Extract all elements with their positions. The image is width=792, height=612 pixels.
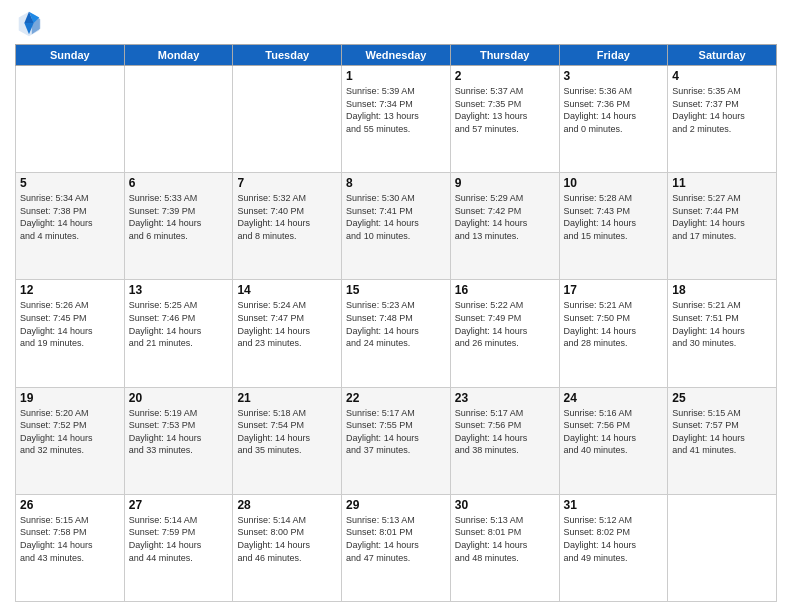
day-info: Sunrise: 5:14 AM Sunset: 8:00 PM Dayligh…	[237, 514, 337, 564]
weekday-header-wednesday: Wednesday	[342, 45, 451, 66]
day-number: 8	[346, 176, 446, 190]
day-info: Sunrise: 5:39 AM Sunset: 7:34 PM Dayligh…	[346, 85, 446, 135]
day-number: 3	[564, 69, 664, 83]
calendar-cell: 22Sunrise: 5:17 AM Sunset: 7:55 PM Dayli…	[342, 387, 451, 494]
day-number: 10	[564, 176, 664, 190]
day-number: 26	[20, 498, 120, 512]
calendar-cell: 7Sunrise: 5:32 AM Sunset: 7:40 PM Daylig…	[233, 173, 342, 280]
calendar-cell: 27Sunrise: 5:14 AM Sunset: 7:59 PM Dayli…	[124, 494, 233, 601]
weekday-header-thursday: Thursday	[450, 45, 559, 66]
day-number: 16	[455, 283, 555, 297]
day-number: 25	[672, 391, 772, 405]
calendar-cell: 1Sunrise: 5:39 AM Sunset: 7:34 PM Daylig…	[342, 66, 451, 173]
calendar-cell: 20Sunrise: 5:19 AM Sunset: 7:53 PM Dayli…	[124, 387, 233, 494]
day-info: Sunrise: 5:37 AM Sunset: 7:35 PM Dayligh…	[455, 85, 555, 135]
day-number: 12	[20, 283, 120, 297]
weekday-header-row: SundayMondayTuesdayWednesdayThursdayFrid…	[16, 45, 777, 66]
calendar-cell: 9Sunrise: 5:29 AM Sunset: 7:42 PM Daylig…	[450, 173, 559, 280]
week-row-2: 12Sunrise: 5:26 AM Sunset: 7:45 PM Dayli…	[16, 280, 777, 387]
day-info: Sunrise: 5:13 AM Sunset: 8:01 PM Dayligh…	[346, 514, 446, 564]
day-info: Sunrise: 5:32 AM Sunset: 7:40 PM Dayligh…	[237, 192, 337, 242]
day-info: Sunrise: 5:13 AM Sunset: 8:01 PM Dayligh…	[455, 514, 555, 564]
week-row-4: 26Sunrise: 5:15 AM Sunset: 7:58 PM Dayli…	[16, 494, 777, 601]
calendar: SundayMondayTuesdayWednesdayThursdayFrid…	[15, 44, 777, 602]
day-number: 31	[564, 498, 664, 512]
day-info: Sunrise: 5:20 AM Sunset: 7:52 PM Dayligh…	[20, 407, 120, 457]
day-info: Sunrise: 5:30 AM Sunset: 7:41 PM Dayligh…	[346, 192, 446, 242]
day-number: 2	[455, 69, 555, 83]
calendar-cell: 3Sunrise: 5:36 AM Sunset: 7:36 PM Daylig…	[559, 66, 668, 173]
day-number: 17	[564, 283, 664, 297]
week-row-3: 19Sunrise: 5:20 AM Sunset: 7:52 PM Dayli…	[16, 387, 777, 494]
calendar-cell: 25Sunrise: 5:15 AM Sunset: 7:57 PM Dayli…	[668, 387, 777, 494]
day-number: 4	[672, 69, 772, 83]
calendar-cell: 5Sunrise: 5:34 AM Sunset: 7:38 PM Daylig…	[16, 173, 125, 280]
day-info: Sunrise: 5:17 AM Sunset: 7:56 PM Dayligh…	[455, 407, 555, 457]
day-info: Sunrise: 5:17 AM Sunset: 7:55 PM Dayligh…	[346, 407, 446, 457]
day-info: Sunrise: 5:26 AM Sunset: 7:45 PM Dayligh…	[20, 299, 120, 349]
day-info: Sunrise: 5:14 AM Sunset: 7:59 PM Dayligh…	[129, 514, 229, 564]
day-number: 13	[129, 283, 229, 297]
day-info: Sunrise: 5:25 AM Sunset: 7:46 PM Dayligh…	[129, 299, 229, 349]
day-info: Sunrise: 5:35 AM Sunset: 7:37 PM Dayligh…	[672, 85, 772, 135]
day-number: 1	[346, 69, 446, 83]
header	[15, 10, 777, 38]
day-number: 11	[672, 176, 772, 190]
day-number: 9	[455, 176, 555, 190]
day-number: 7	[237, 176, 337, 190]
day-info: Sunrise: 5:12 AM Sunset: 8:02 PM Dayligh…	[564, 514, 664, 564]
day-number: 21	[237, 391, 337, 405]
day-number: 27	[129, 498, 229, 512]
calendar-cell: 21Sunrise: 5:18 AM Sunset: 7:54 PM Dayli…	[233, 387, 342, 494]
day-number: 20	[129, 391, 229, 405]
calendar-cell: 18Sunrise: 5:21 AM Sunset: 7:51 PM Dayli…	[668, 280, 777, 387]
day-info: Sunrise: 5:24 AM Sunset: 7:47 PM Dayligh…	[237, 299, 337, 349]
day-info: Sunrise: 5:21 AM Sunset: 7:50 PM Dayligh…	[564, 299, 664, 349]
calendar-cell: 28Sunrise: 5:14 AM Sunset: 8:00 PM Dayli…	[233, 494, 342, 601]
calendar-cell: 8Sunrise: 5:30 AM Sunset: 7:41 PM Daylig…	[342, 173, 451, 280]
logo-icon	[15, 10, 43, 38]
day-number: 19	[20, 391, 120, 405]
calendar-cell: 17Sunrise: 5:21 AM Sunset: 7:50 PM Dayli…	[559, 280, 668, 387]
day-info: Sunrise: 5:34 AM Sunset: 7:38 PM Dayligh…	[20, 192, 120, 242]
calendar-cell: 24Sunrise: 5:16 AM Sunset: 7:56 PM Dayli…	[559, 387, 668, 494]
day-info: Sunrise: 5:23 AM Sunset: 7:48 PM Dayligh…	[346, 299, 446, 349]
day-number: 6	[129, 176, 229, 190]
calendar-cell: 6Sunrise: 5:33 AM Sunset: 7:39 PM Daylig…	[124, 173, 233, 280]
calendar-cell: 14Sunrise: 5:24 AM Sunset: 7:47 PM Dayli…	[233, 280, 342, 387]
calendar-cell	[16, 66, 125, 173]
day-info: Sunrise: 5:16 AM Sunset: 7:56 PM Dayligh…	[564, 407, 664, 457]
day-number: 15	[346, 283, 446, 297]
calendar-cell: 16Sunrise: 5:22 AM Sunset: 7:49 PM Dayli…	[450, 280, 559, 387]
day-info: Sunrise: 5:27 AM Sunset: 7:44 PM Dayligh…	[672, 192, 772, 242]
day-number: 29	[346, 498, 446, 512]
week-row-1: 5Sunrise: 5:34 AM Sunset: 7:38 PM Daylig…	[16, 173, 777, 280]
weekday-header-saturday: Saturday	[668, 45, 777, 66]
calendar-cell	[668, 494, 777, 601]
logo	[15, 10, 47, 38]
day-info: Sunrise: 5:15 AM Sunset: 7:58 PM Dayligh…	[20, 514, 120, 564]
calendar-cell: 2Sunrise: 5:37 AM Sunset: 7:35 PM Daylig…	[450, 66, 559, 173]
calendar-cell: 13Sunrise: 5:25 AM Sunset: 7:46 PM Dayli…	[124, 280, 233, 387]
calendar-cell: 10Sunrise: 5:28 AM Sunset: 7:43 PM Dayli…	[559, 173, 668, 280]
day-info: Sunrise: 5:33 AM Sunset: 7:39 PM Dayligh…	[129, 192, 229, 242]
calendar-cell	[124, 66, 233, 173]
day-info: Sunrise: 5:15 AM Sunset: 7:57 PM Dayligh…	[672, 407, 772, 457]
day-number: 28	[237, 498, 337, 512]
day-info: Sunrise: 5:22 AM Sunset: 7:49 PM Dayligh…	[455, 299, 555, 349]
calendar-cell: 15Sunrise: 5:23 AM Sunset: 7:48 PM Dayli…	[342, 280, 451, 387]
weekday-header-sunday: Sunday	[16, 45, 125, 66]
week-row-0: 1Sunrise: 5:39 AM Sunset: 7:34 PM Daylig…	[16, 66, 777, 173]
calendar-cell: 29Sunrise: 5:13 AM Sunset: 8:01 PM Dayli…	[342, 494, 451, 601]
calendar-cell: 26Sunrise: 5:15 AM Sunset: 7:58 PM Dayli…	[16, 494, 125, 601]
day-number: 22	[346, 391, 446, 405]
calendar-cell: 31Sunrise: 5:12 AM Sunset: 8:02 PM Dayli…	[559, 494, 668, 601]
calendar-cell: 4Sunrise: 5:35 AM Sunset: 7:37 PM Daylig…	[668, 66, 777, 173]
calendar-cell: 23Sunrise: 5:17 AM Sunset: 7:56 PM Dayli…	[450, 387, 559, 494]
day-number: 14	[237, 283, 337, 297]
calendar-cell	[233, 66, 342, 173]
weekday-header-monday: Monday	[124, 45, 233, 66]
day-info: Sunrise: 5:21 AM Sunset: 7:51 PM Dayligh…	[672, 299, 772, 349]
page: SundayMondayTuesdayWednesdayThursdayFrid…	[0, 0, 792, 612]
calendar-cell: 30Sunrise: 5:13 AM Sunset: 8:01 PM Dayli…	[450, 494, 559, 601]
